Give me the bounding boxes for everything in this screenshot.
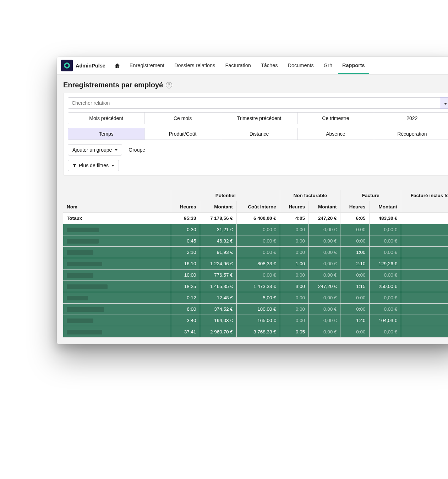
search-dropdown-button[interactable] [440,97,448,109]
cell: 180,00 € [236,304,280,315]
cell: 0,00 € [309,258,340,270]
type-tab-distance[interactable]: Distance [221,128,297,140]
employee-name [63,235,171,247]
cell: 0,00 € [236,270,280,281]
cell: 247,20 € [309,281,340,292]
type-tab-r-cup-ration[interactable]: Récupération [374,128,448,140]
cell: 0:00 [340,235,369,247]
cell: 12,48 € [200,292,236,304]
cell: 6:00 [171,304,200,315]
table-row[interactable]: 0:1212,48 €5,00 €0:000,00 €0:000,00 €0:0… [63,292,448,304]
cell: 0:00 [401,224,448,235]
cell: 2:10 [171,247,200,258]
cell: 0,00 € [369,270,401,281]
cell: 0:00 [340,224,369,235]
logo[interactable]: AdminPulse [61,60,109,71]
employee-name [63,270,171,281]
col-group: Potentiel [171,190,280,201]
period-tab-2022[interactable]: 2022 [374,113,448,124]
col-group: Facturé inclus forfait [401,190,448,201]
period-segmented: Mois précédentCe moisTrimestre précédent… [68,112,448,124]
col-heures: Heures [340,201,369,213]
report-table: PotentielNon facturableFacturéFacturé in… [63,190,448,338]
nav-item-grh[interactable]: Grh [319,58,337,74]
cell: 0,00 € [309,247,340,258]
employee-name [63,247,171,258]
more-filters-button[interactable]: Plus de filtres [68,160,119,171]
type-tab-absence[interactable]: Absence [297,128,374,140]
cell: 0:00 [280,235,308,247]
cell: 1:00 [280,258,308,270]
cell: 3:40 [171,315,200,326]
add-group-button[interactable]: Ajouter un groupe [68,144,122,156]
cell: 16:10 [171,258,200,270]
period-tab-ce-mois[interactable]: Ce mois [144,113,221,124]
cell: 0:00 [401,270,448,281]
cell: 0:12 [171,292,200,304]
table-row[interactable]: 0:3031,21 €0,00 €0:000,00 €0:000,00 €0:0… [63,224,448,235]
cell: 5,00 € [236,292,280,304]
cell: 0,00 € [236,235,280,247]
cell: 0,00 € [309,270,340,281]
filter-icon [72,163,77,168]
table-row[interactable]: 10:00776,57 €0,00 €0:000,00 €0:000,00 €0… [63,270,448,281]
table-row[interactable]: 18:251 465,35 €1 473,33 €3:00247,20 €1:1… [63,281,448,292]
cell: 1 224,96 € [200,258,236,270]
table-row[interactable]: 16:101 224,96 €808,33 €1:000,00 €2:10129… [63,258,448,270]
period-tab-mois-pr-c-dent[interactable]: Mois précédent [68,113,144,124]
cell: 250,00 € [369,281,401,292]
cell: 129,26 € [369,258,401,270]
type-tab-temps[interactable]: Temps [68,128,144,140]
totals-cell: 95:33 [171,213,200,224]
period-tab-trimestre-pr-c-dent[interactable]: Trimestre précédent [221,113,297,124]
cell: 37:41 [171,326,200,338]
cell: 808,33 € [236,258,280,270]
cell: 18:25 [171,281,200,292]
cell: 0,00 € [309,235,340,247]
cell: 0:00 [340,292,369,304]
cell: 776,57 € [200,270,236,281]
table-row[interactable]: 0:4546,82 €0,00 €0:000,00 €0:000,00 €0:0… [63,235,448,247]
col-group: Non facturable [280,190,340,201]
cell: 0,00 € [369,247,401,258]
type-tab-produit-co-t[interactable]: Produit/Coût [144,128,221,140]
home-icon [114,62,120,69]
nav-home[interactable] [110,62,124,69]
totals-cell: 247,20 € [309,213,340,224]
period-tab-ce-trimestre[interactable]: Ce trimestre [297,113,374,124]
top-nav: AdminPulse EnregistrementDossiers relati… [57,57,448,75]
table-row[interactable]: 3:40194,03 €165,00 €0:000,00 €1:40104,03… [63,315,448,326]
col-montant: Montant [369,201,401,213]
nav-item-tâches[interactable]: Tâches [257,58,282,74]
search-input[interactable] [68,97,440,109]
nav-item-enregistrement[interactable]: Enregistrement [125,58,169,74]
nav-item-facturation[interactable]: Facturation [221,58,255,74]
employee-name [63,281,171,292]
cell: 0:00 [340,304,369,315]
cell: 0,00 € [369,326,401,338]
nav-item-dossiers-relations[interactable]: Dossiers relations [170,58,219,74]
totals-label: Totaux [63,213,171,224]
cell: 0:30 [171,224,200,235]
cell: 0:00 [280,292,308,304]
nav-item-rapports[interactable]: Rapports [338,58,369,74]
cell: 31,21 € [200,224,236,235]
cell: 194,03 € [200,315,236,326]
cell: 0,00 € [369,292,401,304]
table-row[interactable]: 37:412 960,70 €3 768,33 €0:050,00 €0:000… [63,326,448,338]
cell: 0:00 [401,292,448,304]
cell: 0:00 [280,247,308,258]
nav-item-documents[interactable]: Documents [283,58,318,74]
employee-name [63,224,171,235]
cell: 374,52 € [200,304,236,315]
help-icon[interactable]: ? [166,82,172,88]
cell: 0:45 [171,235,200,247]
table-row[interactable]: 2:1091,93 €0,00 €0:000,00 €1:000,00 €1:1… [63,247,448,258]
cell: 0,00 € [369,224,401,235]
cell: 0,00 € [369,304,401,315]
cell: 2:00 [401,304,448,315]
cell: 165,00 € [236,315,280,326]
cell: 104,03 € [369,315,401,326]
employee-name [63,315,171,326]
table-row[interactable]: 6:00374,52 €180,00 €0:000,00 €0:000,00 €… [63,304,448,315]
